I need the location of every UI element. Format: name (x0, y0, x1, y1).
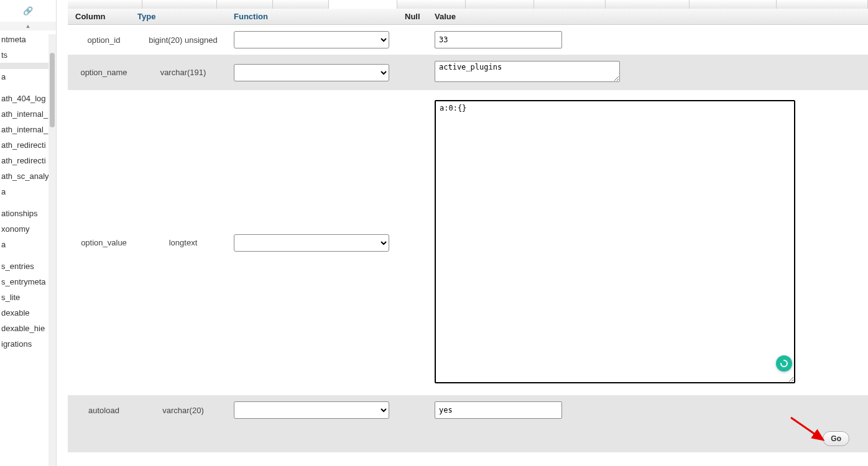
tab[interactable] (217, 0, 273, 9)
sidebar-item[interactable] (0, 252, 56, 258)
sidebar-item[interactable] (0, 63, 56, 69)
function-cell (231, 63, 402, 83)
column-name: autoload (73, 404, 135, 416)
sidebar-item[interactable]: ath_404_log (0, 91, 56, 106)
value-textarea[interactable] (435, 100, 795, 383)
null-cell (402, 242, 432, 244)
sidebar-item[interactable]: a (0, 237, 56, 252)
column-type: bigint(20) unsigned (135, 34, 231, 46)
spinner-icon (776, 355, 792, 372)
sidebar-item[interactable]: igrations (0, 336, 56, 352)
table-row: option_name varchar(191) (68, 55, 868, 90)
null-cell (402, 409, 432, 411)
value-input[interactable] (435, 31, 562, 48)
tab[interactable] (690, 0, 777, 9)
table-row: option_value longtext (68, 90, 868, 395)
function-select[interactable] (234, 234, 389, 252)
column-type: varchar(191) (135, 66, 231, 78)
sidebar-item[interactable] (0, 199, 56, 206)
go-button[interactable]: Go (823, 431, 849, 446)
tab[interactable] (273, 0, 329, 9)
tab[interactable] (397, 0, 466, 9)
column-type: varchar(20) (135, 404, 231, 416)
tab[interactable] (68, 0, 142, 9)
function-select[interactable] (234, 64, 389, 81)
sidebar-icon-row: 🔗 (0, 0, 56, 22)
function-cell (231, 233, 402, 253)
column-name: option_name (73, 66, 135, 78)
sidebar-item[interactable]: ath_redirecti (0, 137, 56, 153)
table-header-row: Column Type Function Null Value (68, 9, 868, 25)
tab[interactable] (329, 0, 397, 9)
value-input[interactable] (435, 401, 562, 419)
sidebar-item[interactable]: s_entrymeta (0, 274, 56, 290)
action-row: Go (68, 425, 868, 452)
sidebar: 🔗 ▲ ntmeta ts a ath_404_log ath_internal… (0, 0, 57, 466)
function-cell (231, 30, 402, 50)
header-column: Column (73, 12, 135, 21)
value-cell (432, 99, 863, 386)
sidebar-item[interactable]: ath_sc_analy (0, 168, 56, 184)
tab[interactable] (466, 0, 534, 9)
value-cell (432, 400, 863, 420)
null-cell (402, 71, 432, 74)
value-cell (432, 60, 863, 85)
link-icon: 🔗 (23, 6, 33, 16)
tab[interactable] (534, 0, 606, 9)
table-row: autoload varchar(20) (68, 395, 868, 425)
sidebar-item[interactable]: ath_internal_ (0, 106, 56, 122)
column-type: longtext (135, 237, 231, 249)
tab[interactable] (606, 0, 690, 9)
header-value: Value (432, 12, 863, 21)
sidebar-scrollbar[interactable] (48, 34, 56, 466)
sidebar-scrollbar-thumb[interactable] (50, 53, 55, 127)
header-null: Null (402, 12, 432, 21)
column-name: option_id (73, 34, 135, 46)
sidebar-item[interactable]: dexable_hie (0, 321, 56, 336)
top-tabs (68, 0, 868, 9)
column-name: option_value (73, 237, 135, 249)
sidebar-item[interactable]: s_entries (0, 258, 56, 274)
sidebar-item[interactable] (0, 85, 56, 91)
value-textarea[interactable] (435, 61, 620, 82)
tab[interactable] (777, 0, 868, 9)
sidebar-item[interactable]: dexable (0, 305, 56, 321)
sidebar-item[interactable]: xonomy (0, 221, 56, 237)
sidebar-list: ntmeta ts a ath_404_log ath_internal_ at… (0, 30, 56, 352)
tab[interactable] (142, 0, 217, 9)
sidebar-item[interactable]: ath_internal_ (0, 122, 56, 137)
function-select[interactable] (234, 401, 389, 419)
sidebar-scroll-up[interactable]: ▲ (0, 22, 56, 30)
header-type[interactable]: Type (135, 12, 231, 21)
main-area: Column Type Function Null Value option_i… (57, 0, 868, 466)
sidebar-item[interactable]: s_lite (0, 290, 56, 305)
header-function[interactable]: Function (231, 12, 402, 21)
function-cell (231, 400, 402, 420)
sidebar-item[interactable]: a (0, 69, 56, 85)
null-cell (402, 39, 432, 41)
function-select[interactable] (234, 31, 389, 48)
sidebar-item[interactable]: ts (0, 47, 56, 63)
sidebar-item[interactable]: a (0, 184, 56, 199)
sidebar-item[interactable]: ntmeta (0, 32, 56, 47)
table-row: option_id bigint(20) unsigned (68, 25, 868, 55)
value-cell (432, 30, 863, 50)
sidebar-item[interactable]: ath_redirecti (0, 153, 56, 168)
sidebar-item[interactable]: ationships (0, 206, 56, 221)
